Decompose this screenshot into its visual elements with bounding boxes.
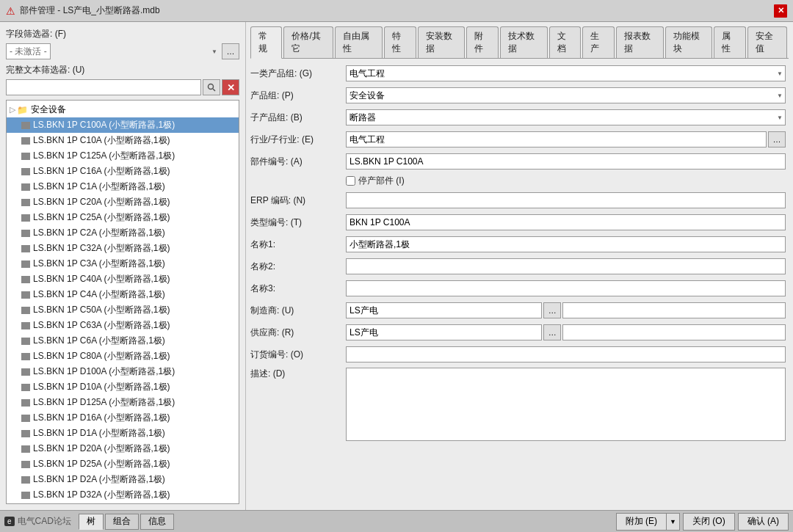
- tree-item-text: LS.BKN 1P C50A (小型断路器,1极): [33, 304, 170, 316]
- clear-button[interactable]: ✕: [222, 79, 239, 95]
- action-btn-2[interactable]: 确认 (A): [738, 513, 789, 531]
- tree-item[interactable]: LS.BKN 1P C16A (小型断路器,1极): [7, 164, 239, 179]
- bottom-tab-树[interactable]: 树: [79, 514, 104, 530]
- form-row-14: 描述: (D): [250, 368, 786, 441]
- tree-item-icon: [21, 199, 30, 206]
- tree-container[interactable]: ▷ 📁 安全设备 LS.BKN 1P C100A (小型断路器,1极)LS.BK…: [6, 100, 239, 504]
- tree-item-text: LS.BKN 1P C10A (小型断路器,1极): [33, 134, 170, 147]
- tree-item[interactable]: LS.BKN 1P D16A (小型断路器,1极): [7, 410, 239, 426]
- search-icon: [207, 83, 216, 92]
- tree-item[interactable]: LS.BKN 1P D1A (小型断路器,1极): [7, 426, 239, 441]
- form-input-10[interactable]: [346, 280, 786, 296]
- tabs-bar: 常规价格/其它自由属性特性安装数据附件技术数据文档生产报表数据功能模块属性安全值: [250, 26, 789, 59]
- tree-item-icon: [21, 153, 30, 160]
- form-select-wrapper-0: 电气工程: [346, 65, 786, 81]
- tree-item-icon: [21, 245, 30, 252]
- form-input-9[interactable]: [346, 258, 786, 274]
- title-bar: ⚠ 部件管理 - LS产电_小型断路器.mdb ✕: [0, 0, 793, 22]
- tab-文档[interactable]: 文档: [549, 26, 581, 58]
- tree-item-icon: [21, 230, 30, 237]
- tree-item[interactable]: LS.BKN 1P D20A (小型断路器,1极): [7, 441, 239, 456]
- tab-安装数据[interactable]: 安装数据: [418, 26, 466, 58]
- form-input-13[interactable]: [346, 346, 786, 362]
- form-select-0[interactable]: 电气工程: [346, 65, 786, 81]
- tree-item-text: LS.BKN 1P C63A (小型断路器,1极): [33, 319, 170, 332]
- form-input-8[interactable]: [346, 236, 786, 252]
- tree-item[interactable]: LS.BKN 1P C1A (小型断路器,1极): [7, 179, 239, 194]
- form-input-12[interactable]: [346, 324, 542, 340]
- bottom-tabs: 树组合信息: [79, 514, 174, 530]
- tree-item[interactable]: LS.BKN 1P C2A (小型断路器,1极): [7, 225, 239, 241]
- tree-item[interactable]: LS.BKN 1P D2A (小型断路器,1极): [7, 472, 239, 487]
- tree-item[interactable]: LS.BKN 1P C10A (小型断路器,1极): [7, 133, 239, 148]
- form-input-3[interactable]: [346, 131, 767, 147]
- form-label-1: 产品组: (P): [250, 90, 346, 102]
- bottom-right: 附加 (E) ▼关闭 (O)确认 (A): [616, 513, 789, 531]
- form-control-group-11: …: [346, 302, 786, 318]
- action-btn-1[interactable]: 关闭 (O): [683, 513, 735, 531]
- tree-item-icon: [21, 183, 30, 191]
- text-filter-input[interactable]: [6, 79, 201, 95]
- form-row-12: 供应商: (R) …: [250, 324, 786, 341]
- filter-select[interactable]: - 未激活 -: [6, 43, 51, 59]
- tree-item[interactable]: LS.BKN 1P C6A (小型断路器,1极): [7, 333, 239, 349]
- tab-功能模块[interactable]: 功能模块: [665, 26, 713, 58]
- tree-item[interactable]: LS.BKN 1P C63A (小型断路器,1极): [7, 318, 239, 333]
- tree-item[interactable]: LS.BKN 1P C4A (小型断路器,1极): [7, 287, 239, 302]
- bottom-tab-组合[interactable]: 组合: [105, 514, 139, 530]
- tree-item[interactable]: LS.BKN 1P C20A (小型断路器,1极): [7, 194, 239, 210]
- tree-item-text: LS.BKN 1P C16A (小型断路器,1极): [33, 165, 170, 178]
- form-dots-btn-12[interactable]: …: [543, 324, 561, 340]
- tree-item[interactable]: LS.BKN 1P C32A (小型断路器,1极): [7, 241, 239, 256]
- action-btn-arrow-0[interactable]: ▼: [667, 513, 680, 531]
- tab-附件[interactable]: 附件: [466, 26, 498, 58]
- tree-item[interactable]: LS.BKN 1P D125A (小型断路器,1极): [7, 395, 239, 410]
- form-dots-btn-3[interactable]: …: [768, 131, 786, 147]
- tab-特性[interactable]: 特性: [384, 26, 416, 58]
- form-extra-input-11[interactable]: [562, 302, 786, 318]
- tab-价格/其它[interactable]: 价格/其它: [283, 26, 333, 58]
- tree-item[interactable]: LS.BKN 1P D10A (小型断路器,1极): [7, 379, 239, 395]
- tree-item-text: LS.BKN 1P C32A (小型断路器,1极): [33, 242, 170, 255]
- form-row-4: 部件编号: (A): [250, 153, 786, 170]
- form-dots-btn-11[interactable]: …: [543, 302, 561, 318]
- bottom-tab-信息[interactable]: 信息: [140, 514, 174, 530]
- search-button[interactable]: [203, 79, 220, 95]
- tree-folder[interactable]: ▷ 📁 安全设备: [7, 102, 239, 117]
- tab-安全值[interactable]: 安全值: [747, 26, 787, 58]
- form-extra-input-12[interactable]: [562, 324, 786, 340]
- form-input-7[interactable]: [346, 214, 786, 230]
- tree-item[interactable]: LS.BKN 1P D25A (小型断路器,1极): [7, 456, 239, 472]
- tree-item[interactable]: LS.BKN 1P C3A (小型断路器,1极): [7, 256, 239, 272]
- discontinued-checkbox-label[interactable]: 停产部件 (I): [346, 175, 405, 187]
- tree-item-icon: [21, 291, 30, 299]
- tree-item[interactable]: LS.BKN 1P C100A (小型断路器,1极): [7, 117, 239, 133]
- tree-item[interactable]: LS.BKN 1P C125A (小型断路器,1极): [7, 148, 239, 164]
- form-input-6[interactable]: [346, 192, 786, 208]
- tree-item[interactable]: LS.BKN 1P C80A (小型断路器,1极): [7, 349, 239, 364]
- tab-自由属性[interactable]: 自由属性: [335, 26, 383, 58]
- form-input-11[interactable]: [346, 302, 542, 318]
- description-textarea[interactable]: [346, 368, 786, 441]
- form-select-2[interactable]: 断路器: [346, 109, 786, 125]
- tab-常规[interactable]: 常规: [250, 26, 282, 59]
- tree-item[interactable]: LS.BKN 1P D32A (小型断路器,1极): [7, 487, 239, 503]
- svg-point-0: [209, 84, 214, 90]
- tree-item-text: LS.BKN 1P D20A (小型断路器,1极): [33, 442, 170, 455]
- filter-more-button[interactable]: …: [222, 43, 239, 59]
- tab-属性[interactable]: 属性: [714, 26, 745, 58]
- close-button[interactable]: ✕: [774, 4, 787, 18]
- form-select-1[interactable]: 安全设备: [346, 87, 786, 103]
- tree-item[interactable]: LS.BKN 1P C25A (小型断路器,1极): [7, 210, 239, 225]
- tree-item[interactable]: LS.BKN 1P D100A (小型断路器,1极): [7, 364, 239, 379]
- discontinued-checkbox[interactable]: [346, 176, 355, 186]
- tab-报表数据[interactable]: 报表数据: [616, 26, 664, 58]
- tree-item[interactable]: LS.BKN 1P C50A (小型断路器,1极): [7, 302, 239, 318]
- tab-技术数据[interactable]: 技术数据: [500, 26, 548, 58]
- form-row-7: 类型编号: (T): [250, 214, 786, 231]
- action-btn-0[interactable]: 附加 (E): [616, 513, 667, 531]
- tab-生产[interactable]: 生产: [582, 26, 614, 58]
- form-input-4[interactable]: [346, 153, 786, 170]
- tree-item[interactable]: LS.BKN 1P C40A (小型断路器,1极): [7, 272, 239, 287]
- tree-item[interactable]: LS.BKN 1P D3A (小型断路器,1极): [7, 503, 239, 504]
